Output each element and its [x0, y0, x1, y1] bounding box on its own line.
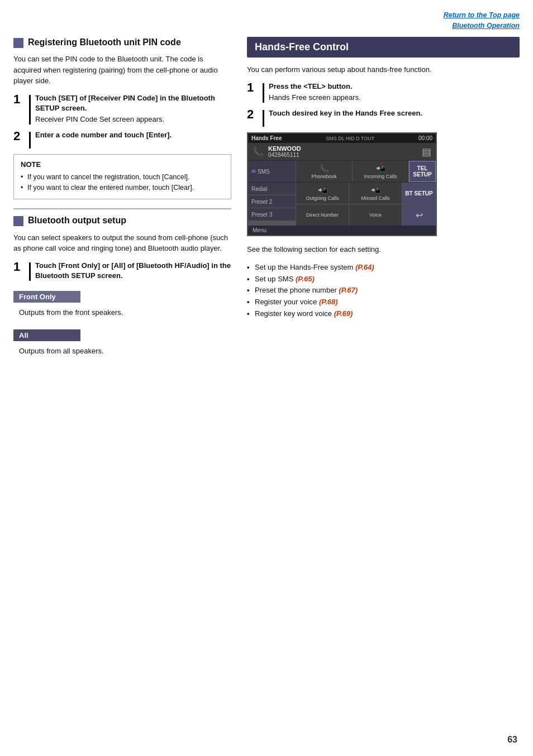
hf-tel-setup-label: TEL SETUP	[412, 165, 433, 178]
bullet-5-link[interactable]: (P.69)	[334, 309, 353, 318]
hf-menu-label: Menu	[253, 227, 266, 233]
section2-title-block: Bluetooth output setup	[13, 215, 231, 227]
step2-number: 2	[13, 130, 27, 142]
section1-title-block: Registering Bluetooth unit PIN code	[13, 37, 231, 49]
top-nav: Return to the Top page Bluetooth Operati…	[13, 10, 520, 31]
section2-step1-title: Touch [Front Only] or [All] of [Bluetoot…	[35, 261, 231, 281]
hf-control-body: You can perform various setup about hand…	[247, 64, 520, 75]
hf-voice-label: Voice	[369, 212, 382, 218]
hf-step2: 2 Touch desired key in the Hands Free sc…	[247, 108, 520, 127]
hf-grid-row2: Redial Preset 2 Preset 3 📲 Outgoing Call…	[248, 183, 436, 226]
note-item-2: If you want to clear the entered number,…	[21, 183, 224, 193]
separator	[13, 208, 231, 209]
front-only-desc: Outputs from the front speakers.	[13, 307, 231, 318]
step1-bar	[29, 95, 31, 125]
section1-step2: 2 Enter a code number and touch [Enter].	[13, 130, 231, 149]
bullet-1-text: Set up the Hands-Free system	[255, 263, 355, 271]
hf-redial-label: Redial	[248, 183, 296, 195]
hf-outgoing-icon: 📲	[318, 185, 327, 194]
hf-missed-icon: 📲	[371, 185, 380, 194]
bullet-2-text: Set up SMS	[255, 275, 296, 283]
hf-step2-bar	[263, 110, 264, 127]
step2-bar	[29, 132, 31, 149]
note-title: NOTE	[21, 160, 224, 169]
hf-back-icon: ↩	[416, 210, 423, 221]
hf-phonebook-cell[interactable]: 📞 Phonebook	[296, 161, 352, 182]
hf-screen-header: Hands Free SMS DL HID D TOUT 00:00	[248, 133, 436, 143]
hf-step1: 1 Press the <TEL> button. Hands Free scr…	[247, 82, 520, 103]
step1-desc: Receiver PIN Code Set screen appears.	[35, 114, 231, 125]
hf-row1-label: ✉ SMS	[248, 161, 296, 182]
hf-incoming-cell[interactable]: 📲 Incoming Calls	[353, 161, 408, 182]
hf-missed-cell[interactable]: 📲 Missed Calls	[349, 183, 402, 204]
left-column: Registering Bluetooth unit PIN code You …	[13, 37, 231, 743]
all-desc: Outputs from all speakers.	[13, 346, 231, 357]
step2-title: Enter a code number and touch [Enter].	[35, 130, 231, 140]
hf-phonebook-icon: 📞	[320, 164, 329, 173]
hf-incoming-icon: 📲	[376, 164, 386, 173]
section1-body: You can set the PIN code to the Bluetoot…	[13, 54, 231, 87]
hf-status-text: SMS DL HID D TOUT	[326, 136, 374, 141]
nav-link-top[interactable]: Return to the Top page	[444, 10, 520, 21]
section2-heading: Bluetooth output setup	[28, 215, 126, 227]
section1-step1: 1 Touch [SET] of [Receiver PIN Code] in …	[13, 93, 231, 125]
hf-step1-title: Press the <TEL> button.	[269, 82, 520, 92]
hf-menu-bar[interactable]: Menu	[248, 226, 436, 235]
hf-bt-setup-label: BT SETUP	[405, 190, 432, 197]
hf-preset2-label: Preset 2	[248, 195, 296, 208]
section2-step1: 1 Touch [Front Only] or [All] of [Blueto…	[13, 261, 231, 281]
step1-number: 1	[13, 93, 27, 106]
bullet-4-text: Register your voice	[255, 298, 319, 306]
section2-body: You can select speakers to output the so…	[13, 232, 231, 254]
step1-title: Touch [SET] of [Receiver PIN Code] in th…	[35, 93, 231, 113]
hf-back-cell[interactable]: ↩	[402, 204, 436, 226]
hf-caller-num: 0428465111	[268, 152, 417, 158]
bullet-1-link[interactable]: (P.64)	[355, 263, 374, 271]
section2-step1-number: 1	[13, 261, 27, 273]
hf-step1-desc: Hands Free screen appears.	[269, 93, 520, 103]
hf-menu-icon: ▤	[422, 146, 431, 158]
bullet-3-link[interactable]: (P.67)	[339, 286, 358, 294]
bullet-item-2: Set up SMS (P.65)	[247, 274, 520, 285]
hf-preset3-label: Preset 3	[248, 208, 296, 221]
hf-voice-cell[interactable]: Voice	[349, 204, 402, 226]
hf-outgoing-label: Outgoing Calls	[306, 195, 339, 201]
hf-step2-num: 2	[247, 108, 260, 121]
hf-screen-status-icons: SMS DL HID D TOUT	[326, 136, 374, 141]
bullet-2-link[interactable]: (P.65)	[296, 275, 315, 283]
nav-link-bluetooth[interactable]: Bluetooth Operation	[452, 21, 520, 31]
hf-direct-cell[interactable]: Direct Number	[296, 204, 349, 226]
all-label: All	[13, 329, 80, 341]
hf-phone-icon: 📞	[253, 146, 264, 157]
hf-caller-info: 📞 KENWOOD 0428465111 ▤	[248, 143, 436, 160]
section1-heading: Registering Bluetooth unit PIN code	[28, 37, 181, 49]
hf-missed-label: Missed Calls	[361, 195, 389, 201]
front-only-label: Front Only	[13, 291, 80, 303]
hf-bullet-list: Set up the Hands-Free system (P.64) Set …	[247, 262, 520, 320]
bullet-item-1: Set up the Hands-Free system (P.64)	[247, 262, 520, 274]
note-box: NOTE If you want to cancel the registrat…	[13, 154, 231, 199]
hf-follow-text: See the following section for each setti…	[247, 244, 520, 255]
hf-incoming-label: Incoming Calls	[364, 174, 397, 179]
bullet-item-5: Register key word voice (P.69)	[247, 308, 520, 320]
hf-outgoing-cell[interactable]: 📲 Outgoing Calls	[296, 183, 349, 204]
bullet-item-4: Register your voice (P.68)	[247, 296, 520, 308]
hf-screen-time: 00:00	[418, 135, 432, 141]
two-col-layout: Registering Bluetooth unit PIN code You …	[13, 37, 520, 743]
hf-control-header: Hands-Free Control	[247, 37, 520, 58]
note-item-1: If you want to cancel the registration, …	[21, 172, 224, 183]
right-column: Hands-Free Control You can perform vario…	[247, 37, 520, 743]
hf-control-title: Hands-Free Control	[255, 41, 512, 53]
hf-phonebook-label: Phonebook	[311, 174, 337, 179]
bullet-4-link[interactable]: (P.68)	[319, 298, 338, 306]
hf-tel-setup-cell[interactable]: TEL SETUP	[409, 161, 436, 182]
hf-direct-label: Direct Number	[306, 212, 339, 218]
hf-bt-setup-cell[interactable]: BT SETUP	[402, 183, 436, 204]
hf-screen-title-text: Hands Free	[251, 135, 282, 141]
bullet-5-text: Register key word voice	[255, 309, 334, 318]
section2-square-icon	[13, 216, 23, 226]
page: Return to the Top page Bluetooth Operati…	[0, 0, 533, 756]
hf-step1-num: 1	[247, 82, 260, 94]
hf-grid-row1: ✉ SMS 📞 Phonebook 📲 Incoming Calls TEL S…	[248, 161, 436, 182]
bullet-3-text: Preset the phone number	[255, 286, 339, 294]
